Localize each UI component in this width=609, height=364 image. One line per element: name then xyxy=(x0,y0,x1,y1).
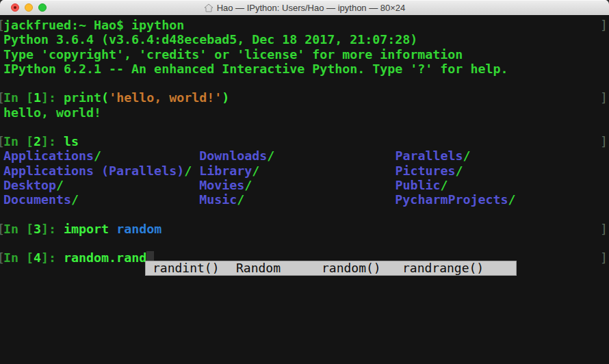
terminal-line xyxy=(0,76,609,90)
terminal-text-segment: In [ xyxy=(3,250,34,265)
terminal-text-segment: ( xyxy=(101,90,109,105)
prompt-mark-left: [ xyxy=(0,90,5,105)
terminal-text-segment: IPython 6.2.1 -- An enhanced Interactive… xyxy=(3,62,508,76)
terminal-text-segment xyxy=(192,164,199,178)
terminal-text-segment xyxy=(259,164,395,178)
terminal-text-segment: Applications xyxy=(3,148,94,163)
terminal-text-segment: 4 xyxy=(34,250,41,265)
terminal-text-segment: / xyxy=(71,192,79,207)
terminal-line: Desktop/ Movies/ Public/ xyxy=(0,178,609,192)
terminal-text-segment: In [ xyxy=(3,134,34,148)
terminal-line: Python 3.6.4 (v3.6.4:d48ecebad5, Dec 18 … xyxy=(0,32,609,47)
autocomplete-item[interactable]: randrange() xyxy=(402,261,484,276)
terminal-text-segment: jackfrued:~ Hao$ ipython xyxy=(3,18,184,32)
terminal-text-segment: import xyxy=(64,222,116,236)
terminal-text-segment: / xyxy=(56,178,64,192)
terminal-text-segment: Parallels xyxy=(395,148,463,163)
terminal-text-segment: Documents xyxy=(3,192,71,207)
terminal-text-segment: random xyxy=(116,222,161,236)
prompt-mark-right: ] xyxy=(600,90,608,105)
prompt-mark-left: [ xyxy=(0,134,5,148)
autocomplete-item[interactable]: randint() xyxy=(153,261,220,276)
terminal-text-segment xyxy=(101,148,199,163)
terminal-line: Applications/ Downloads/ Parallels/ xyxy=(0,148,609,163)
terminal-text-segment: ]: xyxy=(41,134,64,148)
terminal-text-segment: Library xyxy=(199,164,252,178)
titlebar[interactable]: Hao — IPython: Users/Hao — ipython — 80×… xyxy=(0,0,609,16)
terminal-text-segment: ) xyxy=(222,90,229,105)
window-title: Hao — IPython: Users/Hao — ipython — 80×… xyxy=(217,3,406,13)
terminal-text-segment: / xyxy=(440,178,448,192)
terminal-text-segment: hello, world! xyxy=(3,105,101,120)
terminal-text-segment: In [ xyxy=(3,222,34,236)
terminal-text-segment: / xyxy=(508,192,515,207)
terminal-line: []In [2]: ls xyxy=(0,134,609,148)
prompt-mark-right: ] xyxy=(600,134,608,148)
terminal-text-segment: random.rand xyxy=(64,250,146,265)
terminal-line: hello, world! xyxy=(0,105,609,120)
terminal-text-segment: / xyxy=(244,178,252,192)
terminal-text-segment xyxy=(252,178,395,192)
prompt-mark-right: ] xyxy=(600,250,608,265)
terminal-line: []In [3]: import random xyxy=(0,222,609,236)
terminal-screen[interactable]: []jackfrued:~ Hao$ ipythonPython 3.6.4 (… xyxy=(0,15,609,364)
terminal-window: Hao — IPython: Users/Hao — ipython — 80×… xyxy=(0,0,609,364)
terminal-text-segment: Public xyxy=(395,178,440,192)
terminal-text-segment: Applications (Parallels) xyxy=(3,164,184,178)
terminal-text-segment: / xyxy=(267,148,274,163)
autocomplete-item[interactable]: Random xyxy=(236,261,281,276)
terminal-text-segment: In [ xyxy=(3,90,34,105)
terminal-line xyxy=(0,120,609,134)
terminal-text-segment: Music xyxy=(199,192,237,207)
terminal-line: []In [1]: print('hello, world!') xyxy=(0,90,609,105)
terminal-text-segment: Movies xyxy=(199,178,244,192)
terminal-text-segment: Python 3.6.4 (v3.6.4:d48ecebad5, Dec 18 … xyxy=(3,32,417,47)
terminal-text-segment: print xyxy=(64,90,101,105)
terminal-text-segment: 3 xyxy=(34,222,41,236)
terminal-text-segment: ]: xyxy=(41,250,64,265)
prompt-mark-right: ] xyxy=(600,222,608,236)
terminal-lines: []jackfrued:~ Hao$ ipythonPython 3.6.4 (… xyxy=(0,18,609,265)
window-title-group: Hao — IPython: Users/Hao — ipython — 80×… xyxy=(204,3,406,13)
terminal-text-segment: / xyxy=(455,164,463,178)
terminal-text-segment: Type 'copyright', 'credits' or 'license'… xyxy=(3,47,463,62)
terminal-text-segment: 'hello, world!' xyxy=(109,90,222,105)
terminal-text-segment: 2 xyxy=(34,134,41,148)
terminal-line: IPython 6.2.1 -- An enhanced Interactive… xyxy=(0,62,609,76)
terminal-text-segment: / xyxy=(237,192,244,207)
terminal-line: []jackfrued:~ Hao$ ipython xyxy=(0,18,609,32)
terminal-text-segment: ]: xyxy=(41,222,64,236)
terminal-text-segment: Downloads xyxy=(199,148,267,163)
terminal-text-segment xyxy=(79,192,199,207)
zoom-button[interactable] xyxy=(38,3,47,12)
terminal-text-segment: / xyxy=(184,164,192,178)
terminal-line xyxy=(0,207,609,221)
window-controls xyxy=(11,0,47,15)
close-button[interactable] xyxy=(11,3,19,12)
prompt-mark-left: [ xyxy=(0,18,5,32)
terminal-text-segment: ls xyxy=(64,134,79,148)
terminal-line: Type 'copyright', 'credits' or 'license'… xyxy=(0,47,609,62)
prompt-mark-left: [ xyxy=(0,250,5,265)
terminal-text-segment: ]: xyxy=(41,90,64,105)
terminal-line: Documents/ Music/ PycharmProjects/ xyxy=(0,192,609,207)
autocomplete-popup[interactable]: randint()Randomrandom()randrange() xyxy=(145,261,517,276)
terminal-line: Applications (Parallels)/ Library/ Pictu… xyxy=(0,164,609,178)
home-icon xyxy=(204,3,213,12)
terminal-text-segment xyxy=(274,148,395,163)
terminal-text-segment: / xyxy=(94,148,101,163)
terminal-text-segment: 1 xyxy=(34,90,41,105)
terminal-text-segment xyxy=(244,192,395,207)
autocomplete-item[interactable]: random() xyxy=(322,261,381,276)
terminal-text-segment: Desktop xyxy=(3,178,56,192)
terminal-line xyxy=(0,236,609,250)
terminal-text-segment: / xyxy=(463,148,470,163)
minimize-button[interactable] xyxy=(25,3,33,12)
prompt-mark-left: [ xyxy=(0,222,5,236)
terminal-text-segment: Pictures xyxy=(395,164,455,178)
close-dot-icon xyxy=(14,6,16,9)
prompt-mark-right: ] xyxy=(600,18,608,32)
terminal-text-segment xyxy=(64,178,199,192)
terminal-text-segment: / xyxy=(252,164,259,178)
terminal-text-segment: PycharmProjects xyxy=(395,192,508,207)
